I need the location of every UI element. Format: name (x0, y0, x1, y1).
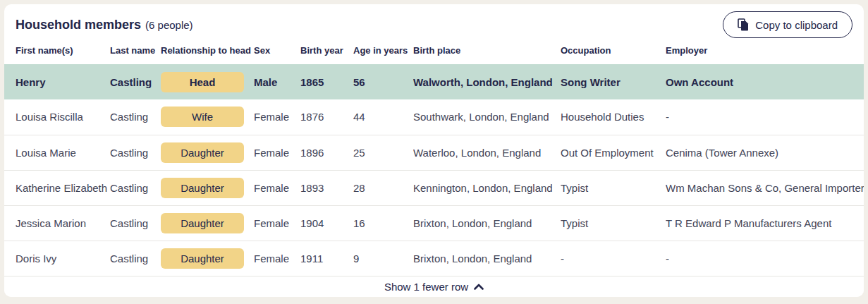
cell-relationship: Daughter (161, 170, 254, 205)
table-header-row: First name(s) Last name Relationship to … (4, 41, 864, 64)
cell-birth-year: 1893 (300, 170, 353, 205)
cell-relationship: Head (161, 64, 254, 99)
cell-first-names: Doris Ivy (4, 241, 110, 276)
cell-relationship: Daughter (161, 241, 254, 276)
col-birth-place: Birth place (413, 41, 561, 64)
cell-age: 56 (353, 64, 413, 99)
copy-icon (738, 18, 749, 31)
cell-sex: Female (254, 205, 300, 241)
card-header: Household members (6 people) Copy to cli… (4, 4, 864, 41)
cell-last-name: Castling (110, 205, 161, 241)
cell-last-name: Castling (110, 241, 161, 276)
table-row-louisa-riscilla[interactable]: Louisa Riscilla Castling Wife Female 187… (4, 99, 864, 135)
cell-last-name: Castling (110, 135, 161, 170)
household-members-table: First name(s) Last name Relationship to … (4, 41, 864, 276)
people-count: (6 people) (145, 19, 193, 31)
cell-occupation: Household Duties (561, 99, 666, 135)
table-row-doris-ivy[interactable]: Doris Ivy Castling Daughter Female 1911 … (4, 241, 864, 276)
relationship-badge: Daughter (161, 213, 244, 233)
cell-employer: - (666, 99, 864, 135)
household-members-card: Household members (6 people) Copy to cli… (4, 4, 864, 297)
cell-first-names: Katherine Elizabeth (4, 170, 110, 205)
cell-sex: Female (254, 135, 300, 170)
cell-relationship: Daughter (161, 135, 254, 170)
cell-last-name: Castling (110, 64, 161, 99)
col-relationship: Relationship to head (161, 41, 254, 64)
cell-employer: - (666, 241, 864, 276)
chevron-up-icon (474, 284, 484, 290)
col-birth-year: Birth year (300, 41, 353, 64)
cell-sex: Female (254, 99, 300, 135)
relationship-badge: Head (161, 72, 244, 92)
col-sex: Sex (254, 41, 300, 64)
col-first-names: First name(s) (4, 41, 110, 64)
cell-birth-place: Kennington, London, England (413, 170, 561, 205)
show-fewer-rows-label: Show 1 fewer row (384, 281, 468, 293)
relationship-badge: Daughter (161, 248, 244, 269)
cell-occupation: Out Of Employment (561, 135, 666, 170)
cell-age: 28 (353, 170, 413, 205)
cell-occupation: Typist (561, 170, 666, 205)
cell-relationship: Wife (161, 99, 254, 135)
cell-occupation: Typist (561, 205, 666, 241)
cell-occupation: Song Writer (561, 64, 666, 99)
copy-to-clipboard-button[interactable]: Copy to clipboard (723, 11, 852, 38)
cell-age: 9 (353, 241, 413, 276)
cell-first-names: Jessica Marion (4, 205, 110, 241)
cell-employer: Cenima (Tower Annexe) (666, 135, 864, 170)
cell-birth-year: 1876 (300, 99, 353, 135)
cell-occupation: - (561, 241, 666, 276)
cell-sex: Male (254, 64, 300, 99)
cell-birth-year: 1865 (300, 64, 353, 99)
col-occupation: Occupation (561, 41, 666, 64)
table-row-louisa-marie[interactable]: Louisa Marie Castling Daughter Female 18… (4, 135, 864, 170)
page-title: Household members (16, 18, 141, 32)
cell-birth-year: 1904 (300, 205, 353, 241)
cell-birth-year: 1911 (300, 241, 353, 276)
cell-employer: Wm Machan Sons & Co, General Importers (666, 170, 864, 205)
table-row-jessica-marion[interactable]: Jessica Marion Castling Daughter Female … (4, 205, 864, 241)
cell-relationship: Daughter (161, 205, 254, 241)
cell-last-name: Castling (110, 99, 161, 135)
cell-birth-place: Brixton, London, England (413, 241, 561, 276)
cell-first-names: Louisa Marie (4, 135, 110, 170)
cell-sex: Female (254, 241, 300, 276)
col-age: Age in years (353, 41, 413, 64)
cell-first-names: Louisa Riscilla (4, 99, 110, 135)
copy-button-label: Copy to clipboard (755, 19, 838, 31)
cell-birth-place: Walworth, London, England (413, 64, 561, 99)
cell-birth-year: 1896 (300, 135, 353, 170)
cell-birth-place: Waterloo, London, England (413, 135, 561, 170)
col-last-name: Last name (110, 41, 161, 64)
relationship-badge: Daughter (161, 178, 244, 198)
cell-sex: Female (254, 170, 300, 205)
table-row-katherine-elizabeth[interactable]: Katherine Elizabeth Castling Daughter Fe… (4, 170, 864, 205)
show-fewer-rows-toggle[interactable]: Show 1 fewer row (4, 276, 864, 298)
col-employer: Employer (666, 41, 864, 64)
title-wrap: Household members (6 people) (16, 18, 193, 32)
cell-employer: Own Account (666, 64, 864, 99)
table-row-henry[interactable]: Henry Castling Head Male 1865 56 Walwort… (4, 64, 864, 99)
cell-age: 25 (353, 135, 413, 170)
cell-age: 44 (353, 99, 413, 135)
cell-birth-place: Southwark, London, England (413, 99, 561, 135)
cell-last-name: Castling (110, 170, 161, 205)
cell-age: 16 (353, 205, 413, 241)
relationship-badge: Wife (161, 107, 244, 127)
cell-employer: T R Edward P Manufacturers Agent (666, 205, 864, 241)
cell-birth-place: Brixton, London, England (413, 205, 561, 241)
cell-first-names: Henry (4, 64, 110, 99)
relationship-badge: Daughter (161, 142, 244, 163)
